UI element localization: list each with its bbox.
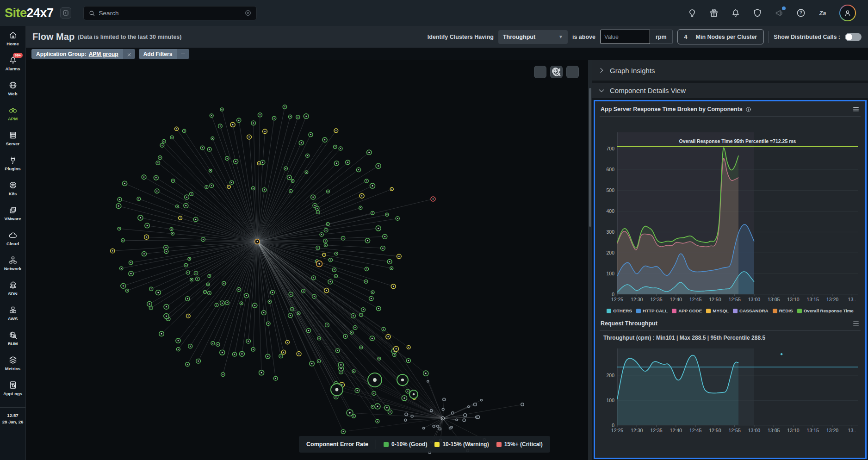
sidebar-item-label: AWS — [8, 316, 18, 321]
distributed-calls-label: Show Distributed Calls : — [774, 34, 840, 40]
home-icon — [8, 31, 18, 40]
sidebar-item-metrics[interactable]: Metrics — [0, 351, 25, 376]
avatar[interactable] — [839, 5, 856, 21]
panel-scrollbar[interactable] — [588, 60, 592, 460]
sidebar-item-label: SDN — [8, 291, 17, 296]
sidebar-item-sdn[interactable]: SDN — [0, 276, 25, 301]
page-title: Flow Map — [32, 31, 74, 42]
chevron-left-icon — [62, 10, 69, 16]
svg-text:0: 0 — [612, 423, 614, 428]
site24x7-logo[interactable]: Site24x7 — [5, 6, 54, 20]
gift-icon[interactable] — [709, 8, 719, 18]
top-bar: Site24x7 ?Za — [0, 0, 868, 26]
sidebar-item-vmware[interactable]: VMware — [0, 201, 25, 226]
throughput-chart-svg: 010020012:2512:3012:3512:4012:4512:5012:… — [599, 344, 862, 435]
search-input[interactable] — [99, 10, 241, 17]
chart-menu-icon[interactable] — [852, 106, 860, 113]
series-legend-item[interactable]: OTHERS — [607, 308, 632, 313]
add-filters-label: Add Filters — [143, 51, 173, 57]
sidebar-item-web[interactable]: Web — [0, 76, 25, 101]
info-icon[interactable] — [745, 106, 751, 112]
shield-icon[interactable] — [752, 8, 763, 18]
threshold-group: rpm — [600, 30, 673, 44]
show-distributed-calls-toggle[interactable] — [845, 33, 862, 41]
sidebar-item-alarms[interactable]: 99+Alarms — [0, 51, 25, 76]
svg-text:12:50: 12:50 — [709, 297, 721, 302]
svg-text:700: 700 — [606, 146, 614, 151]
svg-text:500: 500 — [606, 187, 614, 193]
sidebar-item-label: Server — [6, 141, 20, 146]
clear-search-icon[interactable] — [244, 9, 252, 17]
series-legend-item[interactable]: APP CODE — [672, 308, 702, 313]
details-panel: Graph Insights Component Details View Ap… — [592, 60, 868, 460]
legend-title: Component Error Rate — [306, 441, 368, 448]
min-nodes-value[interactable]: 4 — [684, 34, 688, 40]
sidebar-item-k8s[interactable]: K8s — [0, 176, 25, 201]
sidebar-item-home[interactable]: Home — [0, 26, 25, 51]
add-filter-button[interactable] — [177, 49, 189, 59]
series-legend-item[interactable]: Overall Response Time — [797, 308, 854, 313]
flow-map-canvas[interactable]: Component Error Rate 0-10% (Good)10-15% … — [26, 60, 588, 460]
component-details-section[interactable]: Component Details View — [592, 83, 868, 98]
sidebar-item-label: K8s — [9, 191, 17, 196]
sidebar-item-apm[interactable]: APM — [0, 101, 25, 126]
sidebar-item-label: Plugins — [5, 166, 20, 171]
response-time-chart: 010020030040050060070012:2512:3012:3512:… — [595, 117, 865, 305]
threshold-value-input[interactable] — [600, 30, 650, 44]
sidebar-item-applogs[interactable]: AppLogs — [0, 376, 25, 401]
bulb-icon[interactable] — [687, 8, 697, 18]
application-group-filter-chip[interactable]: Application Group: APM group — [31, 49, 135, 59]
svg-text:13:15: 13:15 — [807, 428, 819, 433]
sidebar-item-cloud[interactable]: Cloud — [0, 226, 25, 251]
sidebar-timestamp: 12:5728 Jan, 26 — [0, 407, 25, 426]
svg-text:12:55: 12:55 — [729, 428, 741, 433]
za-icon[interactable]: Za — [818, 8, 828, 18]
chart-menu-icon[interactable] — [852, 320, 860, 327]
bell-icon[interactable] — [731, 8, 741, 18]
chip-value[interactable]: APM group — [89, 51, 118, 57]
series-legend-item[interactable]: REDIS — [773, 308, 793, 313]
series-legend-item[interactable]: MYSQL — [706, 308, 729, 313]
svg-text:12:45: 12:45 — [689, 428, 701, 433]
help-icon[interactable]: ? — [796, 8, 806, 18]
server-icon — [8, 131, 18, 140]
add-filters-chip[interactable]: Add Filters — [139, 49, 190, 59]
sidebar-item-aws[interactable]: AWS — [0, 301, 25, 326]
sidebar-item-label: APM — [8, 116, 18, 121]
identify-clusters-label: Identify Clusters Having — [428, 34, 494, 40]
series-legend-item[interactable]: HTTP CALL — [636, 308, 668, 313]
svg-text:12:50: 12:50 — [709, 428, 721, 433]
error-rate-legend-item: 15%+ (Critical) — [496, 441, 543, 448]
series-legend-item[interactable]: CASSANDRA — [733, 308, 769, 313]
min-nodes-control[interactable]: 4 Min Nodes per Cluster — [677, 29, 764, 44]
throughput-chart-title: Request Throughput — [601, 320, 657, 327]
network-icon — [8, 255, 18, 265]
sidebar-item-plugins[interactable]: Plugins — [0, 151, 25, 176]
chevron-down-icon — [598, 87, 605, 94]
applogs-icon — [8, 380, 18, 390]
component-details-content: App Server Response Time Broken by Compo… — [594, 100, 867, 459]
min-nodes-label: Min Nodes per Cluster — [696, 34, 757, 40]
zoom-out-button[interactable] — [566, 66, 579, 78]
graph-insights-section[interactable]: Graph Insights — [592, 60, 868, 81]
alarm-count-badge: 99+ — [13, 53, 23, 58]
sidebar-item-server[interactable]: Server — [0, 126, 25, 151]
metric-dropdown[interactable]: Throughput ▼ — [498, 30, 568, 44]
search-bar[interactable] — [83, 6, 257, 20]
response-time-card-header: App Server Response Time Broken by Compo… — [595, 101, 865, 116]
bell-icon: 99+ — [8, 56, 18, 65]
svg-text:Overall Response Time 95th Per: Overall Response Time 95th Percentile =7… — [679, 138, 796, 144]
k8s-icon — [8, 180, 18, 190]
collapse-sidebar-button[interactable] — [60, 7, 71, 19]
throughput-chart: 010020012:2512:3012:3512:4012:4512:5012:… — [595, 342, 865, 436]
sidebar-item-network[interactable]: Network — [0, 251, 25, 276]
sidebar-item-label: VMware — [5, 216, 21, 221]
page-subtitle: (Data is limited to the last 30 minutes) — [78, 34, 181, 40]
sidebar-item-rum[interactable]: RUM — [0, 326, 25, 351]
error-rate-legend-item: 0-10% (Good) — [384, 441, 427, 448]
megaphone-icon[interactable] — [774, 8, 784, 18]
flow-map-svg — [26, 60, 588, 460]
sidebar-item-label: Home — [6, 41, 19, 46]
is-above-label: is above — [572, 34, 595, 40]
remove-filter-button[interactable] — [123, 49, 135, 59]
